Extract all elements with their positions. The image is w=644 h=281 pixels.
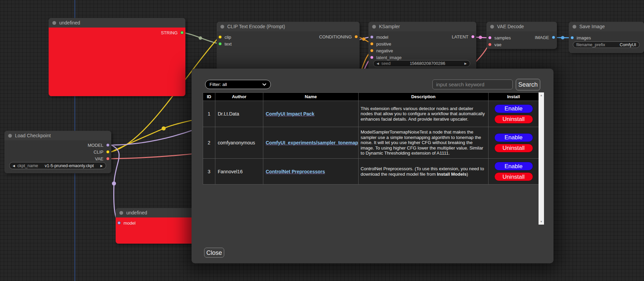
node-vae-decode[interactable]: VAE Decode samples vae IMAGE: [486, 22, 557, 49]
input-label: negative: [376, 48, 393, 53]
input-label: latent_image: [376, 55, 401, 60]
widget-left-arrow-icon[interactable]: ◀: [13, 164, 15, 168]
output-label: VAE: [95, 156, 103, 161]
header-name: Name: [263, 93, 359, 101]
clip-output-slot[interactable]: [106, 150, 110, 154]
extension-link[interactable]: ComfyUI Impact Pack: [266, 111, 314, 117]
table-row: 1Dr.Lt.DataComfyUI Impact PackThis exten…: [203, 101, 539, 127]
negative-input-slot[interactable]: [370, 49, 374, 52]
node-title: KSampler: [379, 24, 400, 29]
row-author: Dr.Lt.Data: [215, 101, 263, 127]
positive-input-slot[interactable]: [370, 42, 374, 46]
images-input-slot[interactable]: [571, 36, 574, 39]
table-row: 2comfyanonymousComfyUI_experiments/sampl…: [203, 127, 539, 159]
seed-widget[interactable]: ◀ seed 156680208700286 ▶: [373, 60, 470, 67]
input-label: model: [123, 221, 135, 226]
row-id: 1: [203, 101, 215, 127]
row-id: 2: [203, 127, 215, 159]
widget-label: ckpt_name: [17, 163, 38, 168]
header-install: Install: [489, 93, 539, 101]
extensions-table-body: 1Dr.Lt.DataComfyUI Impact PackThis exten…: [203, 101, 539, 185]
search-button[interactable]: Search: [516, 79, 540, 90]
table-row: 3Fannovel16ControlNet PreprocessorsContr…: [203, 159, 539, 185]
graph-canvas[interactable]: undefined STRING CLIP Text Encode (Promp…: [0, 0, 644, 281]
scroll-up-icon[interactable]: ▲: [540, 92, 543, 98]
input-label: text: [225, 41, 232, 47]
node-collapse-dot[interactable]: [8, 134, 12, 138]
widget-value: v1-5-pruned-emaonly.ckpt: [45, 163, 94, 168]
output-label: STRING: [161, 30, 178, 35]
extensions-table: ID Author Name Description Install 1Dr.L…: [203, 92, 539, 185]
node-error-body: [49, 28, 185, 96]
widget-right-arrow-icon[interactable]: ▶: [100, 164, 103, 168]
row-author: comfyanonymous: [215, 127, 263, 159]
output-label: CLIP: [94, 150, 103, 155]
extension-link[interactable]: ControlNet Preprocessors: [266, 169, 325, 174]
node-title: CLIP Text Encode (Prompt): [227, 24, 285, 29]
input-label: vae: [494, 42, 501, 47]
uninstall-button[interactable]: Uninstall: [494, 172, 533, 181]
node-load-checkpoint[interactable]: Load Checkpoint MODEL CLIP VAE ◀ ckpt_na…: [4, 131, 111, 173]
row-description: ModelSamplerTonemapNoiseTest a node that…: [359, 127, 489, 159]
node-title-bar: Load Checkpoint: [4, 131, 111, 140]
enable-button[interactable]: Enable: [494, 133, 533, 142]
node-collapse-dot[interactable]: [220, 25, 224, 29]
node-collapse-dot[interactable]: [573, 25, 576, 29]
ckpt-name-widget[interactable]: ◀ ckpt_name v1-5-pruned-emaonly.ckpt ▶: [9, 162, 106, 169]
node-title-bar: undefined: [49, 18, 185, 28]
node-collapse-dot[interactable]: [52, 21, 56, 25]
row-install: EnableUninstall: [489, 101, 539, 127]
search-input[interactable]: [432, 80, 513, 89]
row-install: EnableUninstall: [489, 159, 539, 185]
node-title-bar: KSampler: [368, 22, 476, 31]
latent-image-input-slot[interactable]: [370, 56, 374, 59]
latent-output-slot[interactable]: [471, 35, 475, 38]
enable-button[interactable]: Enable: [494, 162, 533, 171]
row-author: Fannovel16: [215, 159, 263, 185]
text-input-slot[interactable]: [218, 42, 222, 46]
row-description: This extension offers various detector n…: [359, 101, 489, 127]
conditioning-output-slot[interactable]: [354, 35, 358, 38]
scroll-down-icon[interactable]: ▼: [540, 219, 543, 225]
widget-left-arrow-icon[interactable]: ◀: [377, 62, 379, 65]
table-scrollbar[interactable]: ▲ ▼: [539, 92, 544, 225]
uninstall-button[interactable]: Uninstall: [494, 144, 533, 153]
row-id: 3: [203, 159, 215, 185]
enable-button[interactable]: Enable: [494, 104, 533, 113]
filename-prefix-widget[interactable]: filename_prefix ComfyUI: [573, 41, 640, 48]
filter-select[interactable]: Filter: all: [205, 80, 271, 89]
node-title-bar: VAE Decode: [486, 22, 557, 31]
model-input-slot[interactable]: [117, 221, 121, 225]
node-title: Save Image: [579, 24, 605, 29]
output-label: MODEL: [88, 143, 103, 148]
row-name: ControlNet Preprocessors: [263, 159, 359, 185]
model-output-slot[interactable]: [106, 143, 110, 147]
node-title: VAE Decode: [497, 24, 524, 29]
widget-right-arrow-icon[interactable]: ▶: [464, 62, 467, 65]
node-save-image[interactable]: Save Image images filename_prefix ComfyU…: [569, 22, 644, 53]
vae-output-slot[interactable]: [106, 157, 110, 160]
node-title: undefined: [59, 20, 80, 25]
extension-link[interactable]: ComfyUI_experiments/sampler_tonemap: [266, 140, 358, 145]
vae-input-slot[interactable]: [488, 43, 492, 46]
output-label: CONDITIONING: [319, 34, 352, 39]
close-button[interactable]: Close: [204, 248, 224, 258]
node-title-bar: CLIP Text Encode (Prompt): [217, 22, 360, 31]
input-label: positive: [376, 41, 391, 47]
widget-value: ComfyUI: [620, 42, 636, 47]
row-name: ComfyUI Impact Pack: [263, 101, 359, 127]
header-id: ID: [203, 93, 215, 101]
uninstall-button[interactable]: Uninstall: [494, 115, 533, 124]
header-description: Description: [359, 93, 489, 101]
node-title: Load Checkpoint: [15, 133, 51, 138]
node-undefined-top[interactable]: undefined STRING: [49, 18, 185, 96]
node-title-bar: Save Image: [569, 22, 644, 31]
node-collapse-dot[interactable]: [372, 25, 376, 29]
node-collapse-dot[interactable]: [490, 25, 494, 29]
input-label: images: [577, 35, 591, 40]
string-output-slot[interactable]: [180, 31, 184, 34]
output-label: IMAGE: [535, 35, 549, 40]
node-collapse-dot[interactable]: [119, 211, 123, 215]
widget-label: seed: [381, 61, 391, 66]
image-output-slot[interactable]: [552, 36, 555, 39]
